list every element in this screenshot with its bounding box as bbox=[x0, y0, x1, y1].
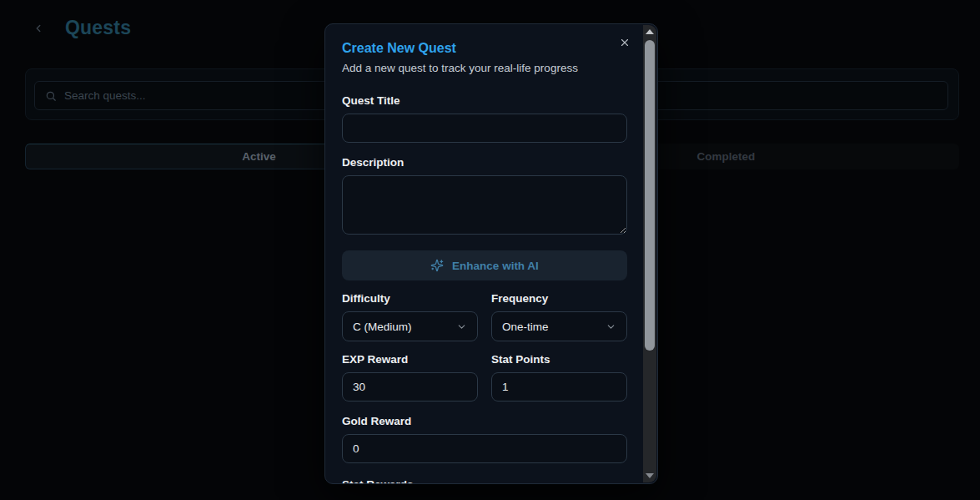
frequency-select[interactable]: One-time bbox=[491, 311, 627, 341]
gold-reward-input[interactable] bbox=[342, 434, 627, 463]
back-button[interactable] bbox=[30, 20, 47, 37]
scroll-up-arrow[interactable] bbox=[643, 25, 656, 38]
sparkles-icon bbox=[430, 259, 444, 272]
quest-title-field: Quest Title bbox=[342, 94, 627, 143]
scrollbar-thumb[interactable] bbox=[645, 40, 655, 351]
chevron-down-icon bbox=[456, 321, 467, 332]
enhance-with-ai-button[interactable]: Enhance with AI bbox=[342, 250, 627, 280]
frequency-label: Frequency bbox=[491, 292, 627, 305]
difficulty-value: C (Medium) bbox=[353, 321, 412, 333]
modal-content: Create New Quest Add a new quest to trac… bbox=[325, 24, 644, 483]
scrollbar-track[interactable] bbox=[643, 38, 656, 469]
difficulty-field: Difficulty C (Medium) bbox=[342, 292, 478, 341]
frequency-field: Frequency One-time bbox=[491, 292, 627, 341]
stat-points-label: Stat Points bbox=[491, 353, 627, 366]
description-textarea[interactable] bbox=[342, 175, 627, 235]
quest-title-input[interactable] bbox=[342, 114, 627, 143]
quest-title-label: Quest Title bbox=[342, 94, 627, 107]
chevron-down-icon bbox=[606, 321, 616, 332]
chevron-left-icon bbox=[33, 23, 44, 34]
gold-reward-field: Gold Reward bbox=[342, 415, 627, 463]
exp-reward-label: EXP Reward bbox=[342, 353, 478, 366]
difficulty-label: Difficulty bbox=[342, 292, 478, 305]
stat-points-input[interactable] bbox=[491, 372, 627, 402]
page-title: Quests bbox=[65, 17, 131, 39]
scroll-down-arrow[interactable] bbox=[643, 469, 656, 482]
frequency-value: One-time bbox=[502, 321, 549, 333]
stat-rewards-label: Stat Rewards bbox=[342, 478, 627, 483]
exp-reward-field: EXP Reward bbox=[342, 353, 478, 402]
modal-subtitle: Add a new quest to track your real-life … bbox=[342, 62, 627, 74]
description-label: Description bbox=[342, 156, 627, 169]
create-quest-modal: Create New Quest Add a new quest to trac… bbox=[324, 23, 658, 484]
gold-reward-label: Gold Reward bbox=[342, 415, 627, 427]
search-icon bbox=[45, 90, 57, 102]
close-icon[interactable] bbox=[616, 33, 634, 52]
exp-reward-input[interactable] bbox=[342, 372, 478, 402]
difficulty-select[interactable]: C (Medium) bbox=[342, 311, 478, 341]
modal-title: Create New Quest bbox=[342, 41, 627, 56]
modal-scrollbar[interactable] bbox=[643, 25, 656, 482]
enhance-with-ai-label: Enhance with AI bbox=[452, 260, 539, 272]
stat-points-field: Stat Points bbox=[491, 353, 627, 402]
description-field: Description bbox=[342, 156, 627, 238]
